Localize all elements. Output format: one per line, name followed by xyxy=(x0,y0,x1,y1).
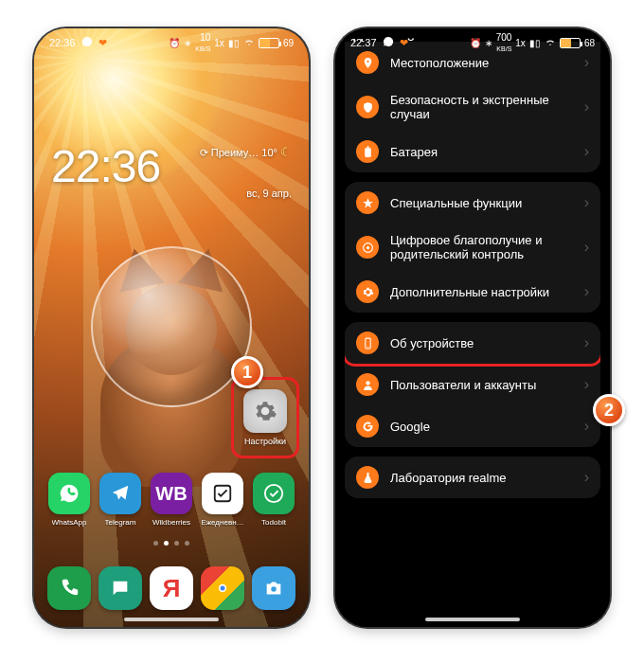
settings-group: Об устройстве›Пользователи и аккаунты›Go… xyxy=(345,322,600,447)
whatsapp-status-icon xyxy=(383,36,394,49)
svg-point-8 xyxy=(366,245,368,248)
settings-row-lab[interactable]: Лаборатория realme› xyxy=(345,457,600,498)
google-icon xyxy=(356,415,379,438)
bluetooth-icon: ∗ xyxy=(485,38,492,48)
bluetooth-icon: ∗ xyxy=(184,38,191,48)
gear-icon xyxy=(243,389,287,433)
settings-group: Местоположение›Безопасность и экстренные… xyxy=(345,42,600,172)
net-unit: KB/S xyxy=(496,45,511,52)
app-wildberries[interactable]: WB Wildberries xyxy=(148,473,195,527)
heart-status-icon: ❤ xyxy=(98,37,107,49)
app-settings[interactable]: Настройки xyxy=(231,377,299,458)
alarm-icon: ⏰ xyxy=(470,38,481,48)
wildberries-icon: WB xyxy=(151,473,192,514)
settings-row-battery[interactable]: Батарея› xyxy=(345,131,600,172)
sim-indicator: 1x xyxy=(214,38,224,48)
app-daily[interactable]: Ежедневн… xyxy=(199,473,246,527)
clock-widget[interactable]: 22:36 xyxy=(51,140,160,192)
app-telegram[interactable]: Telegram xyxy=(97,473,144,527)
settings-row-about[interactable]: Об устройстве› xyxy=(345,322,600,367)
app-row: WhatsApp Telegram WB Wildberries Ежеднев… xyxy=(34,473,309,527)
settings-row-label: Местоположение xyxy=(390,56,573,70)
svg-rect-5 xyxy=(365,148,371,157)
weather-label: Преиму… xyxy=(211,147,259,158)
net-unit: KB/S xyxy=(195,45,210,52)
app-label: Wildberries xyxy=(152,518,190,527)
settings-row-label: Дополнительные настройки xyxy=(390,285,573,299)
battery-icon xyxy=(259,38,279,48)
phone-homescreen: 22:36 ❤ ⏰ ∗ 10 KB/S 1x ▮▯ 69 xyxy=(34,28,309,627)
more-icon xyxy=(356,280,379,303)
status-bar: 22:36 ❤ ⏰ ∗ 10 KB/S 1x ▮▯ 69 xyxy=(34,28,309,57)
app-settings-label: Настройки xyxy=(244,437,286,446)
wellbeing-icon xyxy=(356,236,379,259)
yandex-app[interactable]: Я xyxy=(150,566,193,610)
dock: Я xyxy=(34,566,309,610)
battery-icon xyxy=(560,38,581,48)
svg-point-4 xyxy=(271,586,277,592)
whatsapp-status-icon xyxy=(81,36,93,49)
moon-icon: ☾ xyxy=(280,145,292,159)
settings-group: Лаборатория realme› xyxy=(345,457,600,498)
heart-status-icon: ❤ xyxy=(400,37,408,49)
nav-gesture-bar[interactable] xyxy=(124,618,219,621)
nav-gesture-bar[interactable] xyxy=(425,618,520,621)
users-icon xyxy=(356,373,379,396)
status-time: 22:37 xyxy=(350,37,377,48)
check-icon xyxy=(253,473,295,514)
about-icon xyxy=(356,332,379,354)
net-speed: 10 xyxy=(200,32,210,43)
app-label: Ежедневн… xyxy=(201,518,243,527)
weather-widget[interactable]: ⟳ Преиму… 10° ☾ xyxy=(200,146,292,159)
app-label: Todobit xyxy=(261,518,286,527)
lab-icon xyxy=(356,466,379,489)
whatsapp-icon xyxy=(48,473,90,514)
chevron-right-icon: › xyxy=(584,418,589,435)
signal-icon: ▮▯ xyxy=(529,38,541,48)
status-bar: 22:37 ❤ ⏰ ∗ 700 KB/S 1x ▮▯ 68 xyxy=(335,28,610,57)
settings-row-label: Об устройстве xyxy=(390,336,573,350)
chevron-right-icon: › xyxy=(584,376,589,393)
messages-app[interactable] xyxy=(98,566,142,610)
alarm-icon: ⏰ xyxy=(169,38,180,48)
page-indicator[interactable] xyxy=(34,541,309,546)
settings-list: Местоположение›Безопасность и экстренные… xyxy=(335,66,610,498)
special-icon xyxy=(356,191,379,214)
net-speed: 700 xyxy=(496,32,512,43)
date-label: вс, 9 апр. xyxy=(246,188,292,199)
camera-app[interactable] xyxy=(252,566,295,610)
settings-row-google[interactable]: Google› xyxy=(345,405,600,447)
svg-point-1 xyxy=(265,485,282,502)
settings-row-special[interactable]: Специальные функции› xyxy=(345,182,600,224)
callout-badge-1: 1 xyxy=(231,356,263,388)
settings-row-wellbeing[interactable]: Цифровое благополучие и родительский кон… xyxy=(345,224,600,271)
wifi-icon xyxy=(243,36,255,49)
settings-row-label: Батарея xyxy=(390,145,573,159)
signal-icon: ▮▯ xyxy=(228,38,240,48)
settings-row-more[interactable]: Дополнительные настройки› xyxy=(345,271,600,313)
settings-row-label: Лаборатория realme xyxy=(390,471,573,485)
phone-settings: 22:37 ❤ ⏰ ∗ 700 KB/S 1x ▮▯ 68 Настройки … xyxy=(335,28,610,627)
app-whatsapp[interactable]: WhatsApp xyxy=(45,473,93,527)
wallpaper: 22:36 ❤ ⏰ ∗ 10 KB/S 1x ▮▯ 69 xyxy=(34,28,309,627)
phone-app[interactable] xyxy=(47,566,91,610)
settings-row-label: Google xyxy=(390,420,573,434)
svg-point-10 xyxy=(367,346,367,347)
callout-badge-2: 2 xyxy=(593,394,625,426)
chrome-app[interactable] xyxy=(201,566,244,610)
app-label: Telegram xyxy=(105,518,136,527)
checklist-icon xyxy=(202,473,243,514)
svg-rect-6 xyxy=(367,146,368,148)
settings-row-security[interactable]: Безопасность и экстренные случаи› xyxy=(345,83,600,131)
weather-temp: 10° xyxy=(261,147,277,158)
app-todobit[interactable]: Todobit xyxy=(250,473,297,527)
settings-row-label: Пользователи и аккаунты xyxy=(390,378,573,392)
telegram-icon xyxy=(99,473,141,514)
battery-icon xyxy=(356,140,379,163)
app-label: WhatsApp xyxy=(52,518,87,527)
chevron-right-icon: › xyxy=(584,283,589,300)
settings-row-users[interactable]: Пользователи и аккаунты› xyxy=(345,364,600,405)
settings-row-label: Безопасность и экстренные случаи xyxy=(390,93,573,121)
status-time: 22:36 xyxy=(49,37,76,48)
battery-pct: 68 xyxy=(584,38,595,48)
